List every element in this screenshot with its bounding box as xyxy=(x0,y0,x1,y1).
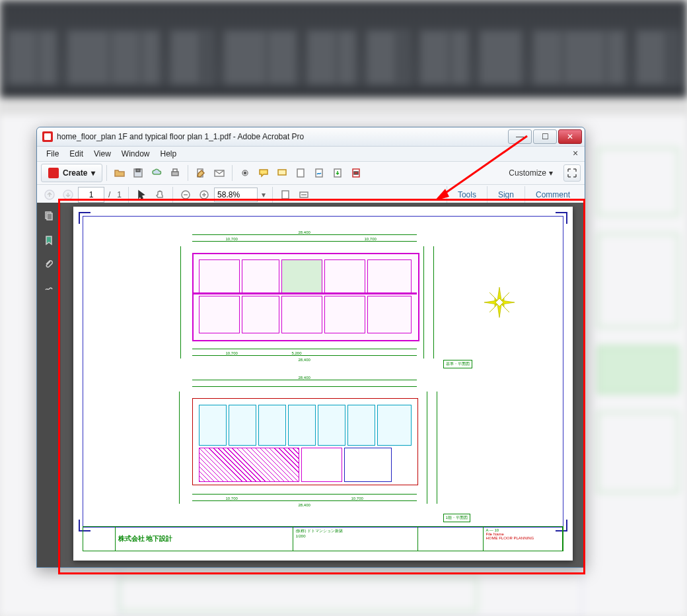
fit-page-button[interactable] xyxy=(277,186,294,203)
svg-rect-1 xyxy=(136,169,140,172)
fit-width-button[interactable] xyxy=(295,186,312,203)
svg-rect-9 xyxy=(297,169,304,177)
upper-label: 基準・平面図 xyxy=(443,360,472,368)
maximize-button[interactable]: ☐ xyxy=(533,129,557,144)
customize-label: Customize xyxy=(509,168,546,178)
create-button[interactable]: Create ▾ xyxy=(41,164,102,182)
sign-panel-button[interactable]: Sign xyxy=(487,186,524,203)
next-page-button[interactable] xyxy=(59,186,77,203)
zoom-in-button[interactable] xyxy=(196,186,213,203)
dim-overall: 28,400 xyxy=(298,230,311,234)
title-company: 株式会社 地下設計 xyxy=(116,527,293,551)
menubar: File Edit View Window Help × xyxy=(37,147,585,162)
tools-panel-button[interactable]: Tools xyxy=(447,186,487,203)
menu-help[interactable]: Help xyxy=(155,148,182,160)
edit-document-button[interactable] xyxy=(192,164,209,182)
attach-button[interactable] xyxy=(292,164,309,182)
acrobat-window: home_floor_plan 1F and typical floor pla… xyxy=(36,127,585,568)
zoom-out-button[interactable] xyxy=(177,186,194,203)
document-close-icon[interactable]: × xyxy=(570,149,581,159)
menu-window[interactable]: Window xyxy=(116,148,155,160)
total-pages: 1 xyxy=(114,190,124,199)
create-label: Create xyxy=(63,168,87,178)
content-area: 28,400 10,700 10,700 xyxy=(37,203,585,567)
menu-view[interactable]: View xyxy=(89,148,116,160)
pdf-page: 28,400 10,700 10,700 xyxy=(73,207,573,561)
upper-floor-plan: 28,400 10,700 10,700 xyxy=(192,246,417,359)
stamp-button[interactable] xyxy=(273,164,291,182)
menu-edit[interactable]: Edit xyxy=(64,148,89,160)
pdf-icon-button[interactable] xyxy=(347,164,365,182)
svg-point-7 xyxy=(244,172,246,174)
sign-document-button[interactable] xyxy=(310,164,328,182)
dim-span3: 10,700 xyxy=(364,237,377,241)
cloud-button[interactable] xyxy=(148,164,165,182)
page-number-input[interactable] xyxy=(78,187,104,203)
zoom-dropdown-icon[interactable]: ▾ xyxy=(259,190,268,199)
dim-overall2: 28,400 xyxy=(298,376,311,380)
dim-span2: 5,200 xyxy=(291,351,303,355)
svg-rect-8 xyxy=(278,170,286,175)
dim-span3c: 10,700 xyxy=(351,496,364,500)
dropdown-arrow-icon: ▾ xyxy=(91,168,95,178)
bookmarks-icon[interactable] xyxy=(42,233,56,248)
settings-button[interactable] xyxy=(236,164,254,182)
print-button[interactable] xyxy=(166,164,184,182)
page-viewport[interactable]: 28,400 10,700 10,700 xyxy=(61,203,585,567)
select-tool-button[interactable] xyxy=(133,186,150,203)
title-block: 株式会社 地下設計 (仮称) ドトマンション新築 1/200 A — 10 Fi… xyxy=(83,526,563,551)
dropdown-arrow-icon: ▾ xyxy=(549,168,553,178)
create-pdf-icon xyxy=(48,168,59,178)
dim-span1c: 10,700 xyxy=(225,496,238,500)
attachments-icon[interactable] xyxy=(42,257,56,271)
svg-rect-18 xyxy=(282,191,289,199)
comment-bubble-button[interactable] xyxy=(255,164,272,182)
lower-label: 1階・平面図 xyxy=(443,514,470,522)
dim-span1: 10,700 xyxy=(225,237,238,241)
read-mode-button[interactable] xyxy=(563,164,581,182)
email-button[interactable] xyxy=(211,164,228,182)
page-separator: / xyxy=(106,190,113,199)
prev-page-button[interactable] xyxy=(41,186,58,203)
close-button[interactable]: ✕ xyxy=(558,129,582,144)
window-title: home_floor_plan 1F and typical floor pla… xyxy=(57,132,507,141)
zoom-input[interactable] xyxy=(214,188,258,202)
comment-panel-button[interactable]: Comment xyxy=(524,186,581,203)
file-name: HOME FLOOR PLANNING xyxy=(486,536,560,540)
svg-rect-13 xyxy=(354,172,358,174)
minimize-button[interactable]: — xyxy=(508,129,532,144)
dim-overallb: 28,400 xyxy=(298,358,311,362)
lower-floor-plan: 28,400 xyxy=(179,392,430,510)
north-compass-icon xyxy=(483,286,516,319)
svg-rect-21 xyxy=(47,213,52,220)
save-button[interactable] xyxy=(129,164,147,182)
open-button[interactable] xyxy=(111,164,128,182)
titlebar[interactable]: home_floor_plan 1F and typical floor pla… xyxy=(37,127,585,147)
title-scale: 1/200 xyxy=(296,534,415,538)
dim-span1b: 10,700 xyxy=(225,351,238,355)
svg-rect-2 xyxy=(172,172,178,176)
main-toolbar: Create ▾ Customize ▾ xyxy=(37,162,585,185)
page-thumbnails-icon[interactable] xyxy=(42,209,56,224)
svg-rect-10 xyxy=(316,169,322,177)
svg-rect-3 xyxy=(173,169,177,172)
dim-overall2b: 28,400 xyxy=(298,503,311,507)
title-project: (仮称) ドトマンション新築 xyxy=(296,528,415,534)
hand-tool-button[interactable] xyxy=(151,186,168,203)
signatures-icon[interactable] xyxy=(42,281,56,295)
menu-file[interactable]: File xyxy=(41,148,64,160)
export-button[interactable] xyxy=(329,164,346,182)
customize-button[interactable]: Customize ▾ xyxy=(505,168,557,178)
acrobat-app-icon xyxy=(42,131,53,142)
navigation-rail xyxy=(37,203,61,567)
